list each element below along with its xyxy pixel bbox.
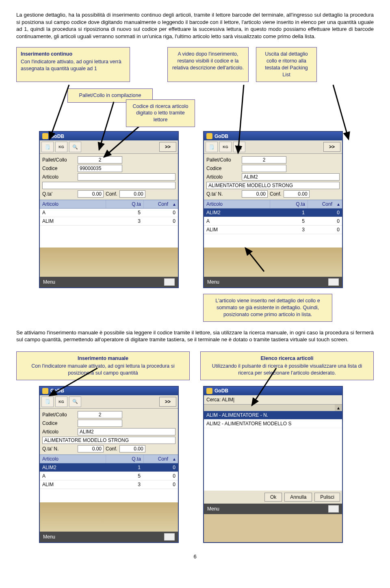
table-row[interactable]: ALIM210 (40, 463, 178, 472)
col-qta: Q.ta (106, 455, 144, 463)
articolo-field[interactable]: ALIM2 (78, 428, 176, 435)
label-qtan: Q.ta' N. (42, 446, 76, 452)
qta-field[interactable]: 0.00 (78, 445, 104, 452)
col-conf: Conf (144, 455, 171, 463)
label-conf: Conf. (106, 446, 117, 452)
arrows-overlay-1 (16, 60, 382, 287)
svg-line-3 (99, 102, 114, 150)
conf-field[interactable]: 0.00 (119, 445, 145, 452)
intro-paragraph: La gestione dettaglio, ha la possibilità… (16, 11, 374, 40)
arrows-overlay-2 (16, 346, 382, 427)
menubar: Menu (40, 532, 178, 542)
keyboard-icon[interactable] (164, 533, 175, 541)
menu-button[interactable]: Menu (43, 534, 55, 540)
callout-codice-ricerca: Codice di ricerca articolo digitato o le… (126, 99, 195, 127)
menu-button[interactable]: Menu (207, 506, 219, 512)
svg-line-6 (50, 368, 98, 396)
keyboard-icon[interactable] (328, 505, 339, 513)
col-articolo: Articolo (40, 455, 106, 463)
table-header: Articolo Q.ta Conf ▴ (40, 454, 178, 463)
screens-row-1: GoDB 🗒️ KG 🔍 >> Pallet/Collo2 Codice9900… (39, 131, 374, 288)
table-row[interactable]: A50 (40, 472, 178, 480)
svg-line-4 (104, 124, 142, 157)
svg-line-5 (245, 248, 264, 271)
callout-body: L'articolo viene inserito nel dettaglio … (215, 298, 320, 317)
descrizione-field[interactable]: ALIMENTATORE MODELLO STRONG (42, 437, 176, 444)
callout-body: Codice di ricerca articolo digitato o le… (133, 103, 188, 123)
svg-line-7 (252, 368, 276, 405)
callout-articolo-inserito: L'articolo viene inserito nel dettaglio … (203, 294, 332, 322)
svg-line-0 (50, 85, 69, 139)
annulla-button[interactable]: Annulla (284, 493, 312, 502)
para-manuale: Se attiviamo l'inserimento manuale è pos… (16, 329, 374, 343)
svg-line-2 (333, 85, 349, 139)
table-body: ALIM210A50ALIM30 (40, 463, 178, 502)
pulisci-button[interactable]: Pulisci (314, 493, 340, 502)
callout-title: Inserimento continuo (21, 51, 126, 58)
button-row: Ok Annulla Pulisci (204, 491, 342, 504)
screens-row-2: GoDB 🗒️ KG 🔍 >> Pallet/Collo2 Codice Art… (39, 386, 374, 543)
table-row[interactable]: ALIM30 (40, 480, 178, 489)
menubar: Menu (204, 504, 342, 514)
svg-line-1 (238, 85, 244, 153)
page-number: 6 (16, 554, 374, 560)
background-strip (40, 502, 178, 532)
label-articolo: Articolo (42, 429, 76, 435)
ok-button[interactable]: Ok (264, 493, 282, 502)
scroll-up-icon[interactable]: ▴ (171, 455, 178, 463)
